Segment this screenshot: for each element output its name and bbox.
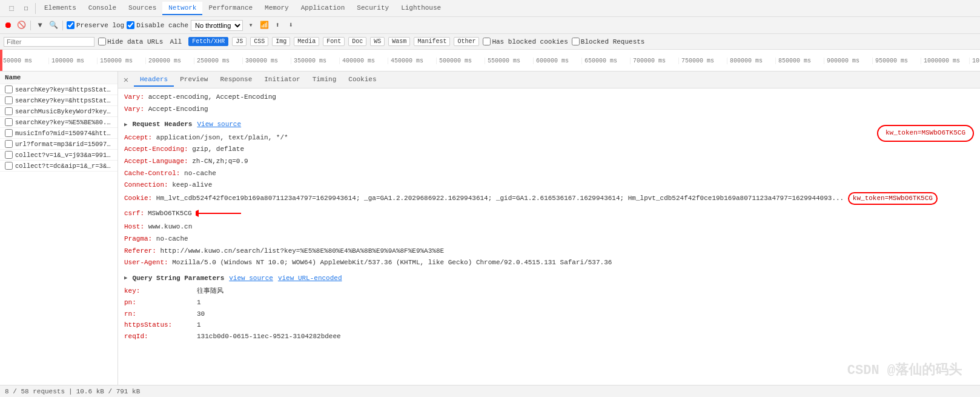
vary-row-2: Vary: Accept-Encoding (124, 104, 974, 115)
transfer-size: 10.6 kB / 791 kB (76, 388, 141, 395)
detail-tab-preview[interactable]: Preview (174, 73, 214, 87)
network-list-item[interactable]: url?format=mp3&rid=150974... (0, 139, 118, 150)
network-item-text: searchKey?key=&httpsStatus... (15, 86, 113, 93)
network-item-checkbox[interactable] (5, 162, 13, 170)
detail-tab-response[interactable]: Response (214, 73, 258, 87)
hide-data-urls-text: Hide data URLs (107, 38, 163, 45)
detail-tab-initiator[interactable]: Initiator (258, 73, 306, 87)
upload-icon[interactable]: ⬆ (272, 20, 283, 31)
tab-network[interactable]: Network (162, 2, 202, 15)
wifi-icon[interactable]: 📶 (259, 20, 270, 31)
kw-token-cookie-highlight: kw_token=MSWbO6TK5CG (848, 192, 938, 205)
accept-row: Accept: application/json, text/plain, */… (124, 133, 974, 144)
filter-doc-btn[interactable]: Doc (348, 37, 366, 46)
detail-tab-timing[interactable]: Timing (306, 73, 343, 87)
view-url-encoded-link[interactable]: view URL-encoded (278, 273, 342, 284)
query-triangle-icon: ▶ (124, 274, 127, 282)
param-val: 1 (197, 320, 201, 331)
throttle-select[interactable]: No throttling (191, 20, 243, 31)
preserve-log-label[interactable]: Preserve log (67, 21, 124, 29)
status-bar: 8 / 58 requests | 10.6 kB / 791 kB (0, 385, 980, 397)
network-list-item[interactable]: collect?v=1&_v=j93&a=99100... (0, 150, 118, 161)
network-items-list: searchKey?key=&httpsStatus...searchKey?k… (0, 84, 118, 172)
network-item-checkbox[interactable] (5, 118, 13, 126)
tab-memory[interactable]: Memory (259, 2, 295, 15)
download-icon[interactable]: ⬇ (285, 20, 296, 31)
tab-lighthouse[interactable]: Lighthouse (395, 2, 447, 15)
hide-data-urls-label[interactable]: Hide data URLs (98, 38, 163, 45)
disable-cache-text: Disable cache (136, 22, 188, 29)
left-panel: Name searchKey?key=&httpsStatus...search… (0, 72, 118, 385)
filter-fetch-xhr-btn[interactable]: Fetch/XHR (188, 37, 228, 46)
network-item-text: musicInfo?mid=150974&https... (15, 130, 113, 137)
tab-elements[interactable]: Elements (38, 2, 82, 15)
vary-val-1: accept-encoding, Accept-Encoding (148, 93, 276, 101)
network-list-item[interactable]: searchMusicBykeyWord?key=... (0, 106, 118, 117)
filter-js-btn[interactable]: JS (232, 37, 247, 46)
timeline-tick: 850000 ms (775, 58, 824, 64)
throttle-dropdown-icon[interactable]: ▾ (245, 20, 256, 31)
clear-button[interactable]: 🚫 (16, 20, 27, 31)
has-blocked-cookies-label[interactable]: Has blocked cookies (483, 38, 568, 45)
view-source-link[interactable]: View source (197, 119, 241, 130)
blocked-requests-label[interactable]: Blocked Requests (572, 38, 645, 45)
tab-security[interactable]: Security (351, 2, 395, 15)
timeline-tick: 250000 ms (194, 58, 242, 64)
tab-application[interactable]: Application (295, 2, 351, 15)
param-key: key: (124, 286, 197, 297)
blocked-requests-checkbox[interactable] (572, 38, 580, 45)
filter-icon[interactable]: ▼ (35, 20, 45, 31)
tab-sources[interactable]: Sources (122, 2, 162, 15)
network-item-checkbox[interactable] (5, 129, 13, 137)
preserve-log-checkbox[interactable] (67, 21, 74, 29)
disable-cache-label[interactable]: Disable cache (127, 21, 188, 29)
detail-tab-headers[interactable]: Headers (134, 73, 174, 87)
network-item-checkbox[interactable] (5, 96, 13, 104)
network-list-item[interactable]: collect?t=dc&aip=1&_r=3&v... (0, 161, 118, 172)
requests-count: 8 / 58 requests (5, 388, 65, 395)
network-item-text: collect?v=1&_v=j93&a=99100... (15, 152, 113, 159)
param-val: 往事随风 (197, 286, 223, 297)
sep1 (30, 21, 31, 30)
hide-data-urls-checkbox[interactable] (98, 38, 106, 45)
accept-encoding-row: Accept-Encoding: gzip, deflate (124, 144, 974, 155)
referer-row: Referer: http://www.kuwo.cn/search/list?… (124, 246, 974, 257)
detail-close-btn[interactable]: ✕ (121, 75, 131, 85)
view-source-link2[interactable]: view source (229, 273, 273, 284)
timeline-tick: 900000 ms (824, 58, 872, 64)
filter-media-btn[interactable]: Media (294, 37, 319, 46)
disable-cache-checkbox[interactable] (127, 21, 134, 29)
filter-css-btn[interactable]: CSS (250, 37, 268, 46)
filter-other-btn[interactable]: Other (454, 37, 479, 46)
filter-input[interactable] (4, 37, 94, 47)
device-icon[interactable]: ☐ (21, 3, 31, 14)
network-list-item[interactable]: searchKey?key=&httpsStatus... (0, 84, 118, 95)
detail-tab-cookies[interactable]: Cookies (342, 73, 382, 87)
network-list-item[interactable]: searchKey?key=%E5%BE%80... (0, 117, 118, 128)
tab-bar: ⬚ ☐ Elements Console Sources Network Per… (0, 0, 980, 17)
timeline-tick: 1050000 ms (969, 58, 980, 64)
csrf-value: MSWbO6TK5CG (148, 209, 192, 219)
filter-font-btn[interactable]: Font (323, 37, 345, 46)
query-param-row: pn: 1 (124, 298, 974, 309)
filter-manifest-btn[interactable]: Manifest (414, 37, 450, 46)
tab-performance[interactable]: Performance (202, 2, 259, 15)
network-list-item[interactable]: musicInfo?mid=150974&https... (0, 128, 118, 139)
filter-ws-btn[interactable]: WS (370, 37, 385, 46)
search-icon[interactable]: 🔍 (48, 20, 59, 31)
tab-console[interactable]: Console (82, 2, 122, 15)
network-item-checkbox[interactable] (5, 85, 13, 93)
network-item-checkbox[interactable] (5, 140, 13, 148)
filter-all-btn[interactable]: All (167, 38, 185, 46)
network-list-item[interactable]: searchKey?key=&httpsStatus... (0, 95, 118, 106)
network-item-text: searchKey?key=&httpsStatus... (15, 97, 113, 104)
inspect-icon[interactable]: ⬚ (6, 3, 17, 14)
has-blocked-cookies-checkbox[interactable] (483, 38, 491, 45)
connection-row: Connection: keep-alive (124, 180, 974, 191)
record-button[interactable]: ⏺ (2, 20, 13, 31)
filter-img-btn[interactable]: Img (272, 37, 290, 46)
network-item-checkbox[interactable] (5, 151, 13, 159)
timeline-tick: 50000 ms (0, 58, 48, 64)
network-item-checkbox[interactable] (5, 107, 13, 115)
filter-wasm-btn[interactable]: Wasm (388, 37, 410, 46)
